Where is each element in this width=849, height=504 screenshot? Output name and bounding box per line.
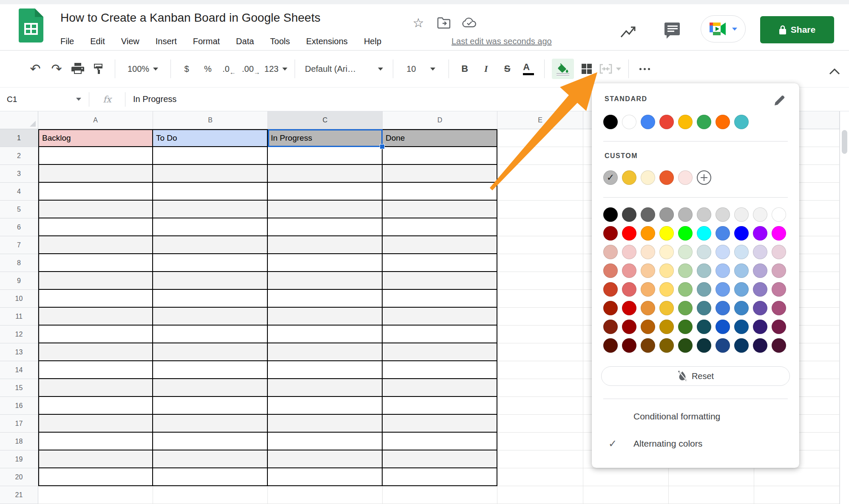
palette-color-a61c00[interactable] (603, 301, 618, 315)
palette-color-0c343d[interactable] (697, 338, 711, 353)
cell-A15[interactable] (38, 379, 153, 397)
palette-color-a4c2f4[interactable] (716, 263, 730, 278)
palette-color-274e13[interactable] (678, 338, 693, 353)
format-currency-button[interactable]: $ (178, 59, 195, 79)
cell-B4[interactable] (153, 183, 268, 201)
row-header-18[interactable]: 18 (0, 433, 38, 450)
palette-color-d9ead3[interactable] (678, 245, 693, 259)
palette-color-9fc5e8[interactable] (734, 263, 749, 278)
cell-C12[interactable] (268, 326, 383, 343)
palette-color-4a86e8[interactable] (716, 226, 730, 241)
menu-format[interactable]: Format (192, 35, 221, 48)
paint-format-button[interactable] (91, 59, 108, 79)
palette-color-ff00ff[interactable] (772, 226, 786, 241)
cell-B9[interactable] (153, 272, 268, 290)
palette-color-ffff00[interactable] (659, 226, 674, 241)
row-header-21[interactable]: 21 (0, 486, 38, 504)
menu-help[interactable]: Help (363, 35, 382, 48)
cell-C18[interactable] (268, 433, 383, 450)
cell-A13[interactable] (38, 343, 153, 361)
palette-color-1155cc[interactable] (716, 320, 730, 334)
cell-B1[interactable]: To Do (153, 129, 268, 147)
cell-C8[interactable] (268, 254, 383, 272)
row-header-16[interactable]: 16 (0, 397, 38, 415)
palette-color-fce5cd[interactable] (641, 245, 655, 259)
cell-C9[interactable] (268, 272, 383, 290)
standard-color-34a853[interactable] (697, 115, 711, 129)
cell-A20[interactable] (38, 468, 153, 486)
print-button[interactable] (69, 59, 86, 79)
font-select[interactable]: Default (Ari… (302, 59, 386, 79)
palette-color-ffd966[interactable] (659, 282, 674, 297)
cell-C14[interactable] (268, 361, 383, 379)
palette-color-ff9900[interactable] (641, 226, 655, 241)
cell-F20[interactable] (583, 468, 669, 486)
undo-button[interactable]: ↶ (27, 59, 44, 79)
cell-D19[interactable] (383, 450, 497, 468)
cell-E18[interactable] (497, 433, 583, 450)
standard-color-4285f4[interactable] (641, 115, 655, 129)
cell-B12[interactable] (153, 326, 268, 343)
palette-color-990000[interactable] (622, 320, 636, 334)
palette-color-660000[interactable] (622, 338, 636, 353)
row-header-20[interactable]: 20 (0, 468, 38, 486)
palette-color-f6b26b[interactable] (641, 282, 655, 297)
cell-E7[interactable] (497, 236, 583, 254)
standard-color-ffffff[interactable] (622, 115, 636, 129)
palette-color-9900ff[interactable] (753, 226, 767, 241)
cell-B10[interactable] (153, 290, 268, 308)
menu-data[interactable]: Data (235, 35, 255, 48)
palette-color-d5a6bd[interactable] (772, 263, 786, 278)
reset-color-button[interactable]: Reset (601, 366, 790, 386)
palette-color-6d9eeb[interactable] (716, 282, 730, 297)
column-header-B[interactable]: B (153, 111, 268, 129)
row-header-9[interactable]: 9 (0, 272, 38, 290)
cell-D14[interactable] (383, 361, 497, 379)
cell-E6[interactable] (497, 218, 583, 236)
cell-A14[interactable] (38, 361, 153, 379)
palette-color-f3f3f3[interactable] (753, 207, 767, 222)
palette-color-e6b8af[interactable] (603, 245, 618, 259)
cell-B6[interactable] (153, 218, 268, 236)
palette-color-45818e[interactable] (697, 301, 711, 315)
cell-C3[interactable] (268, 165, 383, 183)
cell-A9[interactable] (38, 272, 153, 290)
palette-color-783f04[interactable] (641, 338, 655, 353)
palette-color-cc0000[interactable] (622, 301, 636, 315)
row-header-6[interactable]: 6 (0, 218, 38, 236)
standard-color-46bdc6[interactable] (734, 115, 749, 129)
cell-E14[interactable] (497, 361, 583, 379)
cell-E11[interactable] (497, 308, 583, 326)
cell-A12[interactable] (38, 326, 153, 343)
palette-color-f9cb9c[interactable] (641, 263, 655, 278)
palette-color-ff0000[interactable] (622, 226, 636, 241)
cell-D21[interactable] (383, 486, 497, 504)
cell-B13[interactable] (153, 343, 268, 361)
cell-B3[interactable] (153, 165, 268, 183)
cell-D12[interactable] (383, 326, 497, 343)
cell-E16[interactable] (497, 397, 583, 415)
cell-B2[interactable] (153, 147, 268, 165)
row-header-2[interactable]: 2 (0, 147, 38, 165)
cell-D8[interactable] (383, 254, 497, 272)
palette-color-ffe599[interactable] (659, 263, 674, 278)
cell-D7[interactable] (383, 236, 497, 254)
palette-color-20124d[interactable] (753, 338, 767, 353)
cell-D6[interactable] (383, 218, 497, 236)
cell-E3[interactable] (497, 165, 583, 183)
meet-button[interactable] (701, 15, 746, 42)
cell-B5[interactable] (153, 201, 268, 218)
palette-color-b7b7b7[interactable] (678, 207, 693, 222)
conditional-formatting-item[interactable]: Conditional formatting (592, 405, 799, 428)
row-header-8[interactable]: 8 (0, 254, 38, 272)
palette-color-ea9999[interactable] (622, 263, 636, 278)
cell-C16[interactable] (268, 397, 383, 415)
cell-G21[interactable] (669, 486, 754, 504)
palette-color-bf9000[interactable] (659, 320, 674, 334)
palette-color-a64d79[interactable] (772, 301, 786, 315)
palette-color-cccccc[interactable] (697, 207, 711, 222)
last-edit-link[interactable]: Last edit was seconds ago (451, 37, 552, 46)
cell-B20[interactable] (153, 468, 268, 486)
palette-color-5b0f00[interactable] (603, 338, 618, 353)
palette-color-d9d2e9[interactable] (753, 245, 767, 259)
